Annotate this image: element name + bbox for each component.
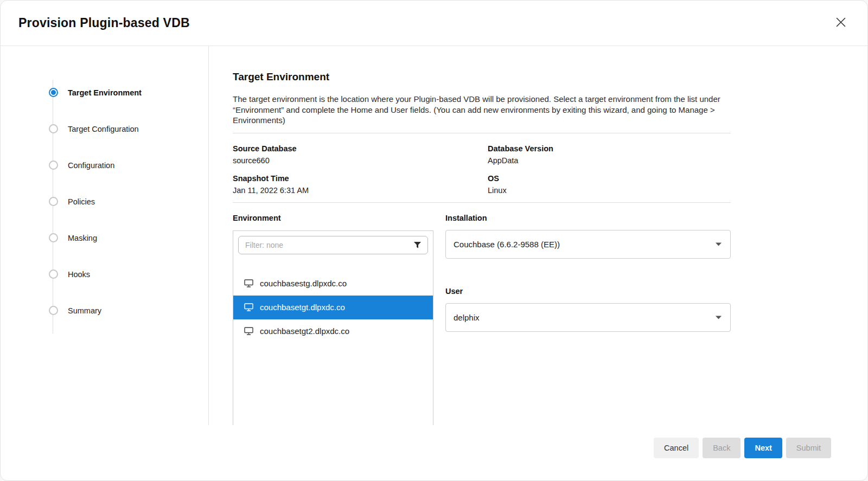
step-summary[interactable]: Summary [1, 292, 208, 329]
host-monitor-icon [244, 327, 253, 335]
database-version-info: Database Version AppData [488, 144, 731, 165]
step-policies[interactable]: Policies [1, 183, 208, 220]
step-label: Target Environment [68, 88, 142, 97]
step-circle-icon [49, 270, 58, 279]
dialog-header: Provision Plugin-based VDB [1, 1, 867, 46]
environment-label: Environment [233, 214, 433, 222]
step-active-circle-icon [49, 88, 58, 97]
snapshot-time-info: Snapshot Time Jan 11, 2022 6:31 AM [233, 174, 488, 195]
next-button[interactable]: Next [744, 438, 782, 458]
environment-item-label: couchbasetgt.dlpxdc.co [260, 303, 345, 312]
installation-user-column: Installation Couchbase (6.6.2-9588 (EE))… [445, 214, 731, 426]
snapshot-time-label: Snapshot Time [233, 174, 488, 183]
user-select[interactable]: delphix [445, 303, 731, 332]
user-label: User [445, 287, 731, 296]
page-title: Target Environment [233, 71, 731, 83]
close-icon [835, 16, 847, 30]
step-label: Policies [68, 197, 95, 206]
environment-item-label: couchbasetgt2.dlpxdc.co [260, 326, 349, 336]
database-version-label: Database Version [488, 144, 731, 153]
environment-items: couchbasestg.dlpxdc.co couchbasetgt.dlpx… [233, 272, 433, 343]
dialog-body: Target Environment Target Configuration … [1, 46, 867, 425]
cancel-button[interactable]: Cancel [654, 438, 699, 458]
step-circle-icon [49, 197, 58, 206]
source-info-grid: Source Database source660 Database Versi… [233, 144, 731, 195]
step-target-configuration[interactable]: Target Configuration [1, 111, 208, 147]
step-circle-icon [49, 124, 58, 133]
os-label: OS [488, 174, 731, 183]
back-button[interactable]: Back [703, 438, 741, 458]
environment-filter-input[interactable] [238, 236, 428, 254]
divider [233, 202, 731, 203]
source-database-info: Source Database source660 [233, 144, 488, 165]
step-label: Masking [68, 234, 97, 242]
installation-selected-value: Couchbase (6.6.2-9588 (EE)) [454, 240, 560, 249]
environment-item-couchbasetgt2[interactable]: couchbasetgt2.dlpxdc.co [233, 319, 433, 343]
host-monitor-icon [244, 303, 253, 311]
snapshot-time-value: Jan 11, 2022 6:31 AM [233, 186, 488, 195]
wizard-stepper: Target Environment Target Configuration … [1, 46, 209, 425]
installation-select[interactable]: Couchbase (6.6.2-9588 (EE)) [445, 230, 731, 259]
environment-item-couchbasestg[interactable]: couchbasestg.dlpxdc.co [233, 272, 433, 296]
step-label: Hooks [68, 270, 90, 279]
step-description: The target environment is the location w… [233, 94, 731, 126]
os-value: Linux [488, 186, 731, 195]
chevron-down-icon [716, 242, 722, 246]
chevron-down-icon [716, 316, 722, 319]
divider [233, 133, 731, 133]
step-label: Summary [68, 306, 101, 315]
os-info: OS Linux [488, 174, 731, 195]
step-configuration[interactable]: Configuration [1, 147, 208, 183]
step-circle-icon [49, 161, 58, 170]
step-circle-icon [49, 306, 58, 315]
environment-item-couchbasetgt[interactable]: couchbasetgt.dlpxdc.co [233, 296, 433, 319]
environment-filter [238, 236, 428, 254]
environment-column: Environment [233, 214, 433, 426]
provision-vdb-dialog: Provision Plugin-based VDB Target Enviro… [0, 0, 868, 481]
step-content: Target Environment The target environmen… [209, 46, 867, 425]
submit-button[interactable]: Submit [786, 438, 831, 458]
step-hooks[interactable]: Hooks [1, 256, 208, 292]
filter-funnel-icon[interactable] [413, 241, 422, 249]
source-database-label: Source Database [233, 144, 488, 153]
installation-label: Installation [445, 214, 731, 222]
step-circle-icon [49, 233, 58, 242]
step-masking[interactable]: Masking [1, 220, 208, 256]
selection-columns: Environment [233, 214, 731, 426]
dialog-footer: Cancel Back Next Submit [1, 425, 867, 480]
step-label: Configuration [68, 161, 114, 170]
user-selected-value: delphix [454, 313, 480, 322]
source-database-value: source660 [233, 156, 488, 165]
database-version-value: AppData [488, 156, 731, 165]
close-button[interactable] [833, 15, 849, 31]
host-monitor-icon [244, 279, 253, 287]
step-target-environment[interactable]: Target Environment [1, 74, 208, 111]
environment-item-label: couchbasestg.dlpxdc.co [260, 279, 347, 288]
dialog-title: Provision Plugin-based VDB [18, 16, 190, 30]
step-label: Target Configuration [68, 125, 139, 133]
environment-listbox[interactable]: couchbasestg.dlpxdc.co couchbasetgt.dlpx… [233, 230, 433, 426]
